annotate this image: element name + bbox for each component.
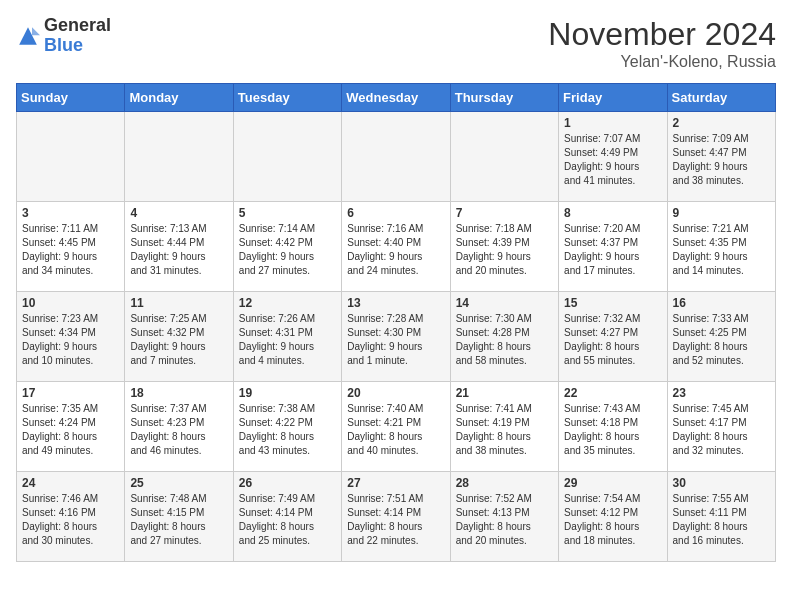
day-number: 11 — [130, 296, 227, 310]
logo-icon — [16, 24, 40, 48]
day-number: 26 — [239, 476, 336, 490]
calendar-cell: 18Sunrise: 7:37 AM Sunset: 4:23 PM Dayli… — [125, 382, 233, 472]
calendar-cell: 14Sunrise: 7:30 AM Sunset: 4:28 PM Dayli… — [450, 292, 558, 382]
day-info: Sunrise: 7:30 AM Sunset: 4:28 PM Dayligh… — [456, 312, 553, 368]
column-header-tuesday: Tuesday — [233, 84, 341, 112]
calendar-cell: 23Sunrise: 7:45 AM Sunset: 4:17 PM Dayli… — [667, 382, 775, 472]
calendar-cell: 25Sunrise: 7:48 AM Sunset: 4:15 PM Dayli… — [125, 472, 233, 562]
calendar-week-row: 10Sunrise: 7:23 AM Sunset: 4:34 PM Dayli… — [17, 292, 776, 382]
logo-blue-text: Blue — [44, 35, 83, 55]
column-header-saturday: Saturday — [667, 84, 775, 112]
day-number: 1 — [564, 116, 661, 130]
day-number: 19 — [239, 386, 336, 400]
calendar-cell: 29Sunrise: 7:54 AM Sunset: 4:12 PM Dayli… — [559, 472, 667, 562]
day-info: Sunrise: 7:09 AM Sunset: 4:47 PM Dayligh… — [673, 132, 770, 188]
day-info: Sunrise: 7:11 AM Sunset: 4:45 PM Dayligh… — [22, 222, 119, 278]
day-info: Sunrise: 7:33 AM Sunset: 4:25 PM Dayligh… — [673, 312, 770, 368]
svg-marker-1 — [32, 27, 40, 35]
day-number: 16 — [673, 296, 770, 310]
day-number: 13 — [347, 296, 444, 310]
logo-general-text: General — [44, 15, 111, 35]
calendar-cell — [17, 112, 125, 202]
day-info: Sunrise: 7:38 AM Sunset: 4:22 PM Dayligh… — [239, 402, 336, 458]
day-info: Sunrise: 7:16 AM Sunset: 4:40 PM Dayligh… — [347, 222, 444, 278]
calendar-cell — [125, 112, 233, 202]
day-info: Sunrise: 7:41 AM Sunset: 4:19 PM Dayligh… — [456, 402, 553, 458]
calendar-cell: 22Sunrise: 7:43 AM Sunset: 4:18 PM Dayli… — [559, 382, 667, 472]
day-info: Sunrise: 7:46 AM Sunset: 4:16 PM Dayligh… — [22, 492, 119, 548]
day-info: Sunrise: 7:55 AM Sunset: 4:11 PM Dayligh… — [673, 492, 770, 548]
calendar-week-row: 3Sunrise: 7:11 AM Sunset: 4:45 PM Daylig… — [17, 202, 776, 292]
day-info: Sunrise: 7:25 AM Sunset: 4:32 PM Dayligh… — [130, 312, 227, 368]
day-number: 22 — [564, 386, 661, 400]
day-number: 10 — [22, 296, 119, 310]
calendar-cell: 6Sunrise: 7:16 AM Sunset: 4:40 PM Daylig… — [342, 202, 450, 292]
day-number: 25 — [130, 476, 227, 490]
day-info: Sunrise: 7:43 AM Sunset: 4:18 PM Dayligh… — [564, 402, 661, 458]
day-info: Sunrise: 7:49 AM Sunset: 4:14 PM Dayligh… — [239, 492, 336, 548]
day-info: Sunrise: 7:07 AM Sunset: 4:49 PM Dayligh… — [564, 132, 661, 188]
calendar-cell: 9Sunrise: 7:21 AM Sunset: 4:35 PM Daylig… — [667, 202, 775, 292]
page-header: General Blue November 2024 Yelan'-Koleno… — [16, 16, 776, 71]
calendar-cell: 26Sunrise: 7:49 AM Sunset: 4:14 PM Dayli… — [233, 472, 341, 562]
calendar-cell: 4Sunrise: 7:13 AM Sunset: 4:44 PM Daylig… — [125, 202, 233, 292]
calendar-cell: 21Sunrise: 7:41 AM Sunset: 4:19 PM Dayli… — [450, 382, 558, 472]
calendar-cell: 19Sunrise: 7:38 AM Sunset: 4:22 PM Dayli… — [233, 382, 341, 472]
calendar-table: SundayMondayTuesdayWednesdayThursdayFrid… — [16, 83, 776, 562]
calendar-cell: 12Sunrise: 7:26 AM Sunset: 4:31 PM Dayli… — [233, 292, 341, 382]
day-number: 3 — [22, 206, 119, 220]
day-number: 6 — [347, 206, 444, 220]
calendar-cell — [233, 112, 341, 202]
calendar-cell: 27Sunrise: 7:51 AM Sunset: 4:14 PM Dayli… — [342, 472, 450, 562]
column-header-sunday: Sunday — [17, 84, 125, 112]
calendar-cell — [342, 112, 450, 202]
column-header-friday: Friday — [559, 84, 667, 112]
column-header-wednesday: Wednesday — [342, 84, 450, 112]
day-info: Sunrise: 7:51 AM Sunset: 4:14 PM Dayligh… — [347, 492, 444, 548]
day-number: 12 — [239, 296, 336, 310]
calendar-cell: 11Sunrise: 7:25 AM Sunset: 4:32 PM Dayli… — [125, 292, 233, 382]
day-number: 24 — [22, 476, 119, 490]
calendar-cell: 30Sunrise: 7:55 AM Sunset: 4:11 PM Dayli… — [667, 472, 775, 562]
calendar-cell: 16Sunrise: 7:33 AM Sunset: 4:25 PM Dayli… — [667, 292, 775, 382]
day-info: Sunrise: 7:52 AM Sunset: 4:13 PM Dayligh… — [456, 492, 553, 548]
day-number: 29 — [564, 476, 661, 490]
calendar-cell: 20Sunrise: 7:40 AM Sunset: 4:21 PM Dayli… — [342, 382, 450, 472]
day-number: 5 — [239, 206, 336, 220]
location-subtitle: Yelan'-Koleno, Russia — [548, 53, 776, 71]
day-number: 14 — [456, 296, 553, 310]
calendar-week-row: 24Sunrise: 7:46 AM Sunset: 4:16 PM Dayli… — [17, 472, 776, 562]
calendar-cell: 3Sunrise: 7:11 AM Sunset: 4:45 PM Daylig… — [17, 202, 125, 292]
day-info: Sunrise: 7:18 AM Sunset: 4:39 PM Dayligh… — [456, 222, 553, 278]
day-info: Sunrise: 7:21 AM Sunset: 4:35 PM Dayligh… — [673, 222, 770, 278]
day-info: Sunrise: 7:37 AM Sunset: 4:23 PM Dayligh… — [130, 402, 227, 458]
day-info: Sunrise: 7:20 AM Sunset: 4:37 PM Dayligh… — [564, 222, 661, 278]
day-info: Sunrise: 7:13 AM Sunset: 4:44 PM Dayligh… — [130, 222, 227, 278]
day-number: 20 — [347, 386, 444, 400]
day-number: 4 — [130, 206, 227, 220]
calendar-cell: 5Sunrise: 7:14 AM Sunset: 4:42 PM Daylig… — [233, 202, 341, 292]
day-info: Sunrise: 7:45 AM Sunset: 4:17 PM Dayligh… — [673, 402, 770, 458]
calendar-cell: 8Sunrise: 7:20 AM Sunset: 4:37 PM Daylig… — [559, 202, 667, 292]
calendar-cell: 13Sunrise: 7:28 AM Sunset: 4:30 PM Dayli… — [342, 292, 450, 382]
calendar-cell: 15Sunrise: 7:32 AM Sunset: 4:27 PM Dayli… — [559, 292, 667, 382]
day-number: 28 — [456, 476, 553, 490]
calendar-cell: 7Sunrise: 7:18 AM Sunset: 4:39 PM Daylig… — [450, 202, 558, 292]
logo: General Blue — [16, 16, 111, 56]
day-info: Sunrise: 7:28 AM Sunset: 4:30 PM Dayligh… — [347, 312, 444, 368]
calendar-cell: 24Sunrise: 7:46 AM Sunset: 4:16 PM Dayli… — [17, 472, 125, 562]
calendar-cell: 10Sunrise: 7:23 AM Sunset: 4:34 PM Dayli… — [17, 292, 125, 382]
day-number: 8 — [564, 206, 661, 220]
day-info: Sunrise: 7:32 AM Sunset: 4:27 PM Dayligh… — [564, 312, 661, 368]
day-number: 27 — [347, 476, 444, 490]
calendar-cell — [450, 112, 558, 202]
calendar-cell: 17Sunrise: 7:35 AM Sunset: 4:24 PM Dayli… — [17, 382, 125, 472]
day-number: 9 — [673, 206, 770, 220]
day-info: Sunrise: 7:54 AM Sunset: 4:12 PM Dayligh… — [564, 492, 661, 548]
day-number: 15 — [564, 296, 661, 310]
day-info: Sunrise: 7:48 AM Sunset: 4:15 PM Dayligh… — [130, 492, 227, 548]
day-info: Sunrise: 7:40 AM Sunset: 4:21 PM Dayligh… — [347, 402, 444, 458]
month-title: November 2024 — [548, 16, 776, 53]
day-number: 7 — [456, 206, 553, 220]
day-number: 23 — [673, 386, 770, 400]
